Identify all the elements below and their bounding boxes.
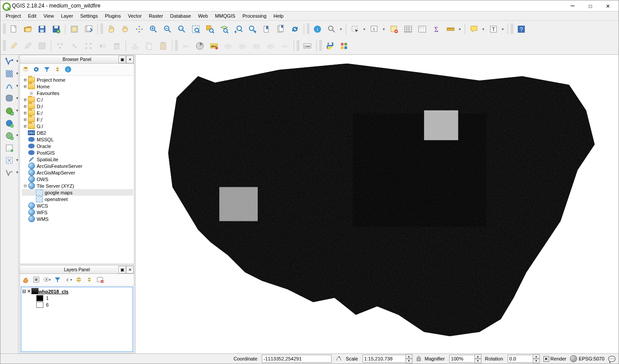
collapse-all-icon[interactable] <box>85 276 93 284</box>
browser-item[interactable]: ★Favourites <box>22 90 133 96</box>
browser-item[interactable]: openstreet <box>22 196 133 202</box>
menu-mmqgis[interactable]: MMQGIS <box>211 12 239 19</box>
filter-icon[interactable] <box>43 65 51 73</box>
menu-web[interactable]: Web <box>195 12 211 19</box>
field-calculator-button[interactable] <box>416 23 429 36</box>
scale-input[interactable] <box>363 355 406 363</box>
new-print-composer-button[interactable] <box>68 23 81 36</box>
deselect-all-button[interactable] <box>387 23 401 36</box>
browser-item[interactable]: ⊟Tile Server (XYZ) <box>22 182 133 189</box>
add-spatialite-layer-button[interactable]: ▼ <box>3 80 16 92</box>
expression-filter-icon[interactable]: ε▾ <box>64 276 72 284</box>
browser-item[interactable]: ⊞F:/ <box>22 116 133 123</box>
zoom-to-layer-button[interactable] <box>218 23 231 36</box>
touch-pan-button[interactable] <box>104 23 118 36</box>
collapse-all-icon[interactable] <box>53 65 61 73</box>
browser-item[interactable]: ⊞D:/ <box>22 103 133 110</box>
toggle-extents-icon[interactable] <box>335 355 342 363</box>
add-raster-layer-button[interactable]: ▼ <box>3 68 16 80</box>
measure-button[interactable] <box>444 23 457 36</box>
layer-labeling-button[interactable]: abc <box>207 39 221 53</box>
scale-up[interactable]: ▴ <box>405 354 413 359</box>
save-project-as-button[interactable]: + <box>50 23 63 36</box>
statistics-button[interactable]: Σ <box>430 23 443 36</box>
layers-tree[interactable]: ⊟ ✕ whp2018_cls 1 6 <box>22 288 132 308</box>
pan-button[interactable] <box>118 23 132 36</box>
rot-up[interactable]: ▴ <box>533 354 540 359</box>
toolbar-grip[interactable] <box>307 24 310 34</box>
new-bookmark-button[interactable] <box>260 23 273 36</box>
menu-view[interactable]: View <box>40 12 57 19</box>
pan-to-selection-button[interactable] <box>133 23 146 36</box>
dropdown-icon[interactable]: ▼ <box>481 23 485 35</box>
browser-item[interactable]: ⊞Home <box>22 83 133 90</box>
browser-item[interactable]: MSSQL <box>22 136 133 143</box>
help-button[interactable]: ? <box>515 23 528 36</box>
browser-item[interactable]: PostGIS <box>22 149 133 156</box>
browser-item[interactable]: SpatiaLite <box>22 156 133 163</box>
csw-button[interactable]: csw <box>301 39 314 53</box>
mag-up[interactable]: ▴ <box>474 354 481 359</box>
toolbar-grip[interactable] <box>297 41 299 51</box>
properties-icon[interactable]: i <box>64 65 72 73</box>
menu-vector[interactable]: Vector <box>124 12 145 19</box>
browser-item[interactable]: OWS <box>22 176 133 182</box>
menu-project[interactable]: Project <box>2 12 24 19</box>
processing-toolbox-button[interactable] <box>337 39 351 53</box>
zoom-out-button[interactable] <box>161 23 174 36</box>
browser-item[interactable]: ArcGisMapServer <box>22 169 133 176</box>
zoom-full-button[interactable] <box>189 23 203 36</box>
select-by-expression-button[interactable]: ε <box>368 23 381 36</box>
coordinate-input[interactable] <box>262 355 332 363</box>
refresh-button[interactable] <box>288 23 302 36</box>
save-project-button[interactable] <box>35 23 49 36</box>
browser-item[interactable]: WCS <box>22 202 133 209</box>
add-postgis-layer-button[interactable]: ▼ <box>3 93 16 104</box>
refresh-icon[interactable] <box>32 65 40 73</box>
identify-button[interactable]: i <box>311 23 324 36</box>
menu-raster[interactable]: Raster <box>145 12 166 19</box>
style-preset-icon[interactable] <box>22 276 30 284</box>
browser-item[interactable]: ⊞G:/ <box>22 123 133 129</box>
render-checkbox[interactable]: ✕Render <box>543 356 566 362</box>
rot-down[interactable]: ▾ <box>533 359 540 363</box>
toolbar-grip[interactable] <box>511 24 513 34</box>
menu-plugins[interactable]: Plugins <box>101 12 124 19</box>
zoom-native-button[interactable]: 1:1 <box>175 23 188 36</box>
browser-item[interactable]: google maps <box>22 189 133 196</box>
browser-item[interactable]: ArcGisFeatureServer <box>22 163 133 169</box>
dropdown-icon[interactable]: ▼ <box>458 23 462 35</box>
browser-tree[interactable]: ⊞Project home⊞Home★Favourites⊞C:/⊞D:/⊞E:… <box>20 76 134 223</box>
filter-legend-icon[interactable]: ▾ <box>43 276 51 284</box>
zoom-in-button[interactable] <box>147 23 160 36</box>
browser-item[interactable]: DB2DB2 <box>22 129 133 136</box>
minimize-button[interactable]: ─ <box>564 0 581 11</box>
magnifier-input[interactable] <box>449 355 475 363</box>
lock-scale-icon[interactable] <box>416 355 421 362</box>
open-project-button[interactable] <box>21 23 34 36</box>
zoom-next-button[interactable] <box>246 23 259 36</box>
maximize-button[interactable]: ☐ <box>581 0 599 11</box>
add-layer-icon[interactable] <box>22 65 30 73</box>
messages-icon[interactable]: 💬 <box>608 356 616 362</box>
add-wfs-layer-button[interactable]: +▼ <box>3 130 16 141</box>
map-canvas[interactable] <box>136 55 619 353</box>
dropdown-icon[interactable]: ▼ <box>501 23 505 35</box>
text-annotation-button[interactable]: T <box>487 23 500 36</box>
crs-button[interactable]: EPSG:5070 <box>570 355 604 362</box>
open-attribute-table-button[interactable] <box>401 23 415 36</box>
new-project-button[interactable] <box>7 23 20 36</box>
rotation-input[interactable] <box>508 355 533 363</box>
dropdown-icon[interactable]: ▼ <box>339 23 343 35</box>
menu-settings[interactable]: Settings <box>76 12 101 19</box>
select-features-button[interactable] <box>348 23 362 36</box>
dropdown-icon[interactable]: ▼ <box>382 23 386 35</box>
layer-row[interactable]: ⊟ ✕ whp2018_cls <box>22 288 132 295</box>
show-bookmarks-button[interactable] <box>274 23 287 36</box>
manage-layer-visibility-icon[interactable] <box>32 276 40 284</box>
add-delimited-text-layer-button[interactable]: , <box>3 142 16 154</box>
mag-down[interactable]: ▾ <box>474 359 481 363</box>
remove-layer-icon[interactable] <box>96 276 104 284</box>
map-tips-button[interactable] <box>467 23 481 36</box>
add-virtual-layer-button[interactable]: ▼ <box>3 155 16 166</box>
